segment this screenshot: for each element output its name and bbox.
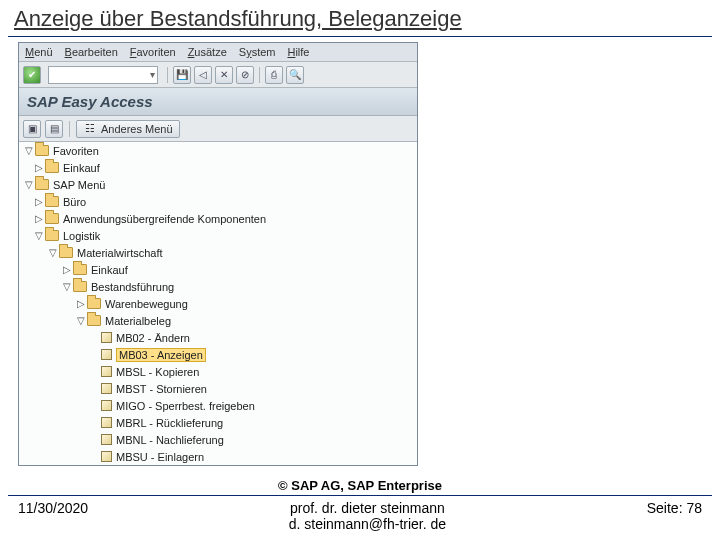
print-icon[interactable]: ⎙ — [265, 66, 283, 84]
tree-node-buero[interactable]: ▷Büro — [19, 193, 417, 210]
tree-node-sap-menu[interactable]: ▽SAP Menü — [19, 176, 417, 193]
exit-icon[interactable]: ✕ — [215, 66, 233, 84]
find-icon[interactable]: 🔍 — [286, 66, 304, 84]
transaction-icon — [101, 366, 112, 377]
window-title: SAP Easy Access — [19, 88, 417, 116]
tree-leaf-mbsl[interactable]: MBSL - Kopieren — [19, 363, 417, 380]
transaction-icon — [101, 332, 112, 343]
nav-tree: ▽Favoriten ▷Einkauf ▽SAP Menü ▷Büro ▷Anw… — [19, 142, 417, 465]
tree-node-favoriten[interactable]: ▽Favoriten — [19, 142, 417, 159]
enter-button[interactable]: ✔ — [23, 66, 41, 84]
sap-window: MMenüenü Bearbeiten Favoriten Zusätze Sy… — [18, 42, 418, 466]
tree-node-einkauf[interactable]: ▷Einkauf — [19, 261, 417, 278]
menu-zusaetze[interactable]: Zusätze — [188, 46, 227, 58]
tree-leaf-migo[interactable]: MIGO - Sperrbest. freigeben — [19, 397, 417, 414]
transaction-icon — [101, 349, 112, 360]
transaction-icon — [101, 383, 112, 394]
footer-page: Seite: 78 — [647, 500, 702, 516]
tree-node-anwendung[interactable]: ▷Anwendungsübergreifende Komponenten — [19, 210, 417, 227]
toolbar-separator — [167, 67, 168, 83]
tree-leaf-mbst[interactable]: MBST - Stornieren — [19, 380, 417, 397]
folder-open-icon — [73, 281, 87, 292]
tree-node-materialbeleg[interactable]: ▽Materialbeleg — [19, 312, 417, 329]
title-underline — [8, 36, 712, 37]
menubar: MMenüenü Bearbeiten Favoriten Zusätze Sy… — [19, 43, 417, 62]
slide-title: Anzeige über Bestandsführung, Beleganzei… — [0, 0, 720, 36]
folder-icon — [73, 264, 87, 275]
tree-leaf-mb02[interactable]: MB02 - Ändern — [19, 329, 417, 346]
back-icon[interactable]: ◁ — [194, 66, 212, 84]
tree-leaf-mbsu[interactable]: MBSU - Einlagern — [19, 448, 417, 465]
tree-icon: ☷ — [83, 122, 97, 136]
folder-open-icon — [35, 179, 49, 190]
favorite-down-icon[interactable]: ▤ — [45, 120, 63, 138]
transaction-icon — [101, 400, 112, 411]
menu-favoriten[interactable]: Favoriten — [130, 46, 176, 58]
folder-open-icon — [35, 145, 49, 156]
menu-system[interactable]: System — [239, 46, 276, 58]
tree-node-materialwirtschaft[interactable]: ▽Materialwirtschaft — [19, 244, 417, 261]
save-icon[interactable]: 💾 — [173, 66, 191, 84]
tree-leaf-mbnl[interactable]: MBNL - Nachlieferung — [19, 431, 417, 448]
favorite-up-icon[interactable]: ▣ — [23, 120, 41, 138]
tree-node-einkauf-fav[interactable]: ▷Einkauf — [19, 159, 417, 176]
folder-icon — [45, 213, 59, 224]
folder-open-icon — [87, 315, 101, 326]
transaction-icon — [101, 434, 112, 445]
tree-leaf-mb03[interactable]: MB03 - Anzeigen — [19, 346, 417, 363]
other-menu-button[interactable]: ☷Anderes Menü — [76, 120, 180, 138]
menu-hilfe[interactable]: Hilfe — [287, 46, 309, 58]
slide-footer: © SAP AG, SAP Enterprise 11/30/2020 prof… — [0, 478, 720, 532]
footer-divider — [8, 495, 712, 496]
folder-open-icon — [45, 230, 59, 241]
footer-author: prof. dr. dieter steinmann d. steinmann@… — [88, 500, 647, 532]
standard-toolbar: ✔ ▾ 💾 ◁ ✕ ⊘ ⎙ 🔍 — [19, 62, 417, 88]
tree-leaf-mbrl[interactable]: MBRL - Rücklieferung — [19, 414, 417, 431]
command-field[interactable]: ▾ — [48, 66, 158, 84]
app-toolbar: ▣ ▤ ☷Anderes Menü — [19, 116, 417, 142]
folder-icon — [87, 298, 101, 309]
tree-node-warenbewegung[interactable]: ▷Warenbewegung — [19, 295, 417, 312]
folder-open-icon — [59, 247, 73, 258]
transaction-icon — [101, 451, 112, 462]
toolbar-separator — [259, 67, 260, 83]
tree-node-logistik[interactable]: ▽Logistik — [19, 227, 417, 244]
menu-bearbeiten[interactable]: Bearbeiten — [65, 46, 118, 58]
footer-date: 11/30/2020 — [18, 500, 88, 516]
copyright-text: © SAP AG, SAP Enterprise — [0, 478, 720, 493]
toolbar-separator — [69, 121, 70, 137]
cancel-icon[interactable]: ⊘ — [236, 66, 254, 84]
tree-node-bestandsfuehrung[interactable]: ▽Bestandsführung — [19, 278, 417, 295]
menu-menu[interactable]: MMenüenü — [25, 46, 53, 58]
folder-icon — [45, 196, 59, 207]
folder-icon — [45, 162, 59, 173]
transaction-icon — [101, 417, 112, 428]
